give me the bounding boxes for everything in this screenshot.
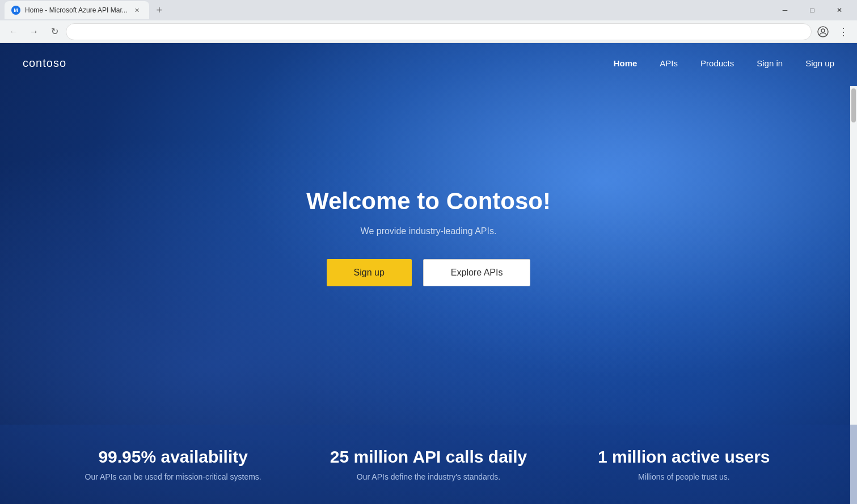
minimize-button[interactable]: ─ bbox=[772, 1, 798, 19]
title-bar: M Home - Microsoft Azure API Mar... ✕ + … bbox=[0, 0, 857, 20]
close-button[interactable]: ✕ bbox=[826, 1, 852, 19]
back-button[interactable]: ← bbox=[5, 23, 23, 41]
explore-apis-button[interactable]: Explore APIs bbox=[423, 259, 531, 286]
stat-users: 1 million active users Millions of peopl… bbox=[556, 447, 812, 481]
window-controls: ─ □ ✕ bbox=[772, 1, 852, 19]
stat-availability-desc: Our APIs can be used for mission-critica… bbox=[45, 472, 301, 481]
tab-favicon: M bbox=[11, 6, 20, 15]
nav-products[interactable]: Products bbox=[700, 58, 734, 68]
tab-title: Home - Microsoft Azure API Mar... bbox=[25, 6, 128, 14]
hero-content: Welcome to Contoso! We provide industry-… bbox=[0, 49, 857, 425]
stats-section: 99.95% availability Our APIs can be used… bbox=[0, 425, 857, 504]
hero-section: contoso Home APIs Products Sign in Sign … bbox=[0, 43, 857, 504]
site-logo[interactable]: contoso bbox=[23, 57, 66, 70]
nav-links: Home APIs Products Sign in Sign up bbox=[614, 58, 834, 68]
hero-buttons: Sign up Explore APIs bbox=[327, 259, 531, 286]
stat-api-calls: 25 million API calls daily Our APIs defi… bbox=[301, 447, 556, 481]
browser-chrome: M Home - Microsoft Azure API Mar... ✕ + … bbox=[0, 0, 857, 43]
browser-toolbar: ← → ↻ ⋮ bbox=[0, 20, 857, 43]
new-tab-button[interactable]: + bbox=[151, 2, 167, 18]
stat-availability: 99.95% availability Our APIs can be used… bbox=[45, 447, 301, 481]
nav-apis[interactable]: APIs bbox=[660, 58, 678, 68]
stat-api-calls-number: 25 million API calls daily bbox=[301, 447, 556, 467]
tab-close-button[interactable]: ✕ bbox=[132, 5, 142, 15]
hero-title: Welcome to Contoso! bbox=[306, 188, 551, 215]
browser-menu-button[interactable]: ⋮ bbox=[834, 23, 852, 41]
restore-button[interactable]: □ bbox=[799, 1, 825, 19]
nav-home[interactable]: Home bbox=[614, 58, 638, 68]
signup-button[interactable]: Sign up bbox=[327, 259, 412, 286]
browser-tab[interactable]: M Home - Microsoft Azure API Mar... ✕ bbox=[5, 1, 149, 19]
svg-point-1 bbox=[821, 29, 825, 32]
stat-users-desc: Millions of people trust us. bbox=[556, 472, 812, 481]
user-icon bbox=[817, 26, 829, 37]
stat-availability-number: 99.95% availability bbox=[45, 447, 301, 467]
nav-signup[interactable]: Sign up bbox=[805, 58, 834, 68]
site-nav: contoso Home APIs Products Sign in Sign … bbox=[0, 43, 857, 83]
hero-subtitle: We provide industry-leading APIs. bbox=[361, 226, 497, 236]
profile-button[interactable] bbox=[814, 23, 832, 41]
forward-button[interactable]: → bbox=[25, 23, 43, 41]
stat-api-calls-desc: Our APIs define the industry's standards… bbox=[301, 472, 556, 481]
address-bar[interactable] bbox=[66, 23, 812, 40]
stat-users-number: 1 million active users bbox=[556, 447, 812, 467]
website-content: contoso Home APIs Products Sign in Sign … bbox=[0, 43, 857, 504]
nav-signin[interactable]: Sign in bbox=[757, 58, 783, 68]
reload-button[interactable]: ↻ bbox=[45, 23, 64, 41]
